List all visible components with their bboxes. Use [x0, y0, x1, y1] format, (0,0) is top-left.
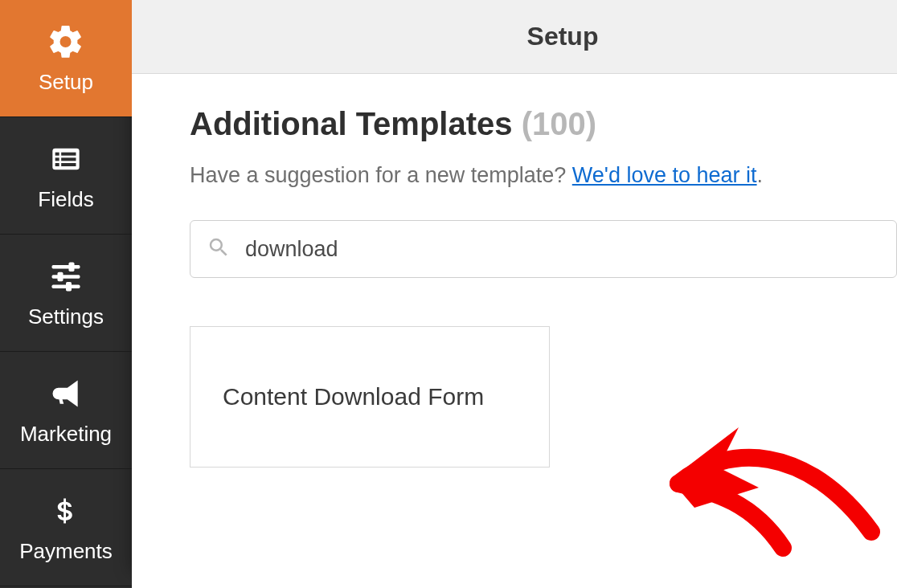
svg-rect-7 — [52, 265, 80, 269]
svg-rect-5 — [55, 163, 59, 166]
content: Additional Templates (100) Have a sugges… — [132, 74, 897, 468]
dollar-icon — [42, 491, 90, 531]
subtext-text: Have a suggestion for a new template? — [190, 163, 572, 187]
search-icon — [207, 235, 245, 263]
sidebar-item-label: Setup — [39, 70, 93, 95]
svg-rect-2 — [61, 153, 76, 156]
subtext-tail: . — [757, 163, 764, 187]
svg-rect-3 — [55, 157, 59, 161]
bullhorn-icon — [42, 374, 90, 414]
svg-rect-11 — [58, 272, 63, 282]
template-card[interactable]: Content Download Form — [190, 326, 550, 468]
sidebar-item-label: Fields — [38, 187, 93, 212]
search-box[interactable] — [190, 220, 897, 278]
svg-rect-4 — [61, 157, 76, 161]
sidebar-item-settings[interactable]: Settings — [0, 235, 132, 352]
sidebar-item-payments[interactable]: Payments — [0, 469, 132, 586]
heading-count: (100) — [522, 106, 596, 141]
svg-rect-10 — [69, 263, 75, 272]
svg-rect-6 — [61, 163, 76, 166]
heading-text: Additional Templates — [190, 106, 513, 141]
annotation-arrow — [662, 411, 897, 572]
main-panel: Setup Additional Templates (100) Have a … — [132, 0, 897, 588]
titlebar: Setup — [132, 0, 897, 74]
sidebar-item-label: Payments — [19, 539, 113, 564]
svg-rect-8 — [52, 275, 80, 279]
sidebar-item-setup[interactable]: Setup — [0, 0, 132, 117]
sidebar-item-label: Marketing — [20, 422, 112, 447]
template-card-title: Content Download Form — [223, 380, 484, 414]
subtext: Have a suggestion for a new template? We… — [190, 163, 897, 188]
gear-icon — [42, 22, 90, 62]
page-title: Setup — [527, 22, 599, 51]
search-input[interactable] — [245, 237, 880, 262]
sidebar: Setup Fields Settings Marketing Payments — [0, 0, 132, 588]
svg-rect-1 — [55, 153, 59, 156]
svg-rect-12 — [66, 282, 72, 292]
sidebar-item-label: Settings — [28, 304, 104, 329]
list-icon — [42, 139, 90, 179]
sliders-icon — [42, 256, 90, 296]
sidebar-item-marketing[interactable]: Marketing — [0, 352, 132, 469]
sidebar-item-fields[interactable]: Fields — [0, 117, 132, 235]
suggestion-link[interactable]: We'd love to hear it — [572, 163, 757, 187]
heading: Additional Templates (100) — [190, 106, 897, 142]
